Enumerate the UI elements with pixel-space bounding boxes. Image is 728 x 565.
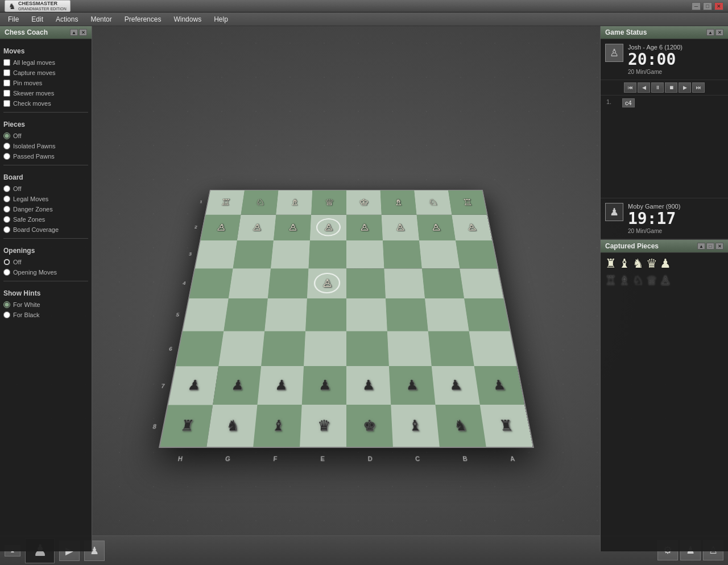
board-cell-r4-c2[interactable] [228,268,270,298]
check-moves-input[interactable] [3,100,10,107]
check-moves-checkbox[interactable]: Check moves [3,99,88,107]
board-cell-r6-c5[interactable] [346,331,389,366]
board-cell-r3-c6[interactable] [383,240,422,268]
board-cell-r1-c2[interactable]: ♘ [241,190,278,215]
playback-skip-back[interactable]: ⏮ [624,82,636,93]
isolated-pawns-input[interactable] [3,143,10,149]
board-cell-r8-c5[interactable]: ♚ [346,405,393,447]
board-cell-r4-c3[interactable] [267,268,308,298]
board-cell-r2-c4[interactable]: ♙ [309,214,346,240]
board-cell-r3-c1[interactable] [195,240,237,268]
board-cell-r8-c4[interactable]: ♛ [300,405,346,447]
board-cell-r3-c2[interactable] [233,240,273,268]
board-cell-r8-c1[interactable]: ♜ [160,405,213,447]
board-cell-r5-c3[interactable] [264,298,307,331]
board-cell-r6-c3[interactable] [261,331,305,366]
menu-preferences[interactable]: Preferences [119,14,167,24]
board-cell-r6-c6[interactable] [387,331,431,366]
board-cell-r2-c7[interactable]: ♙ [416,214,456,240]
safe-zones-radio[interactable]: Safe Zones [3,215,88,223]
board-cell-r1-c6[interactable]: ♗ [380,190,416,215]
board-cell-r2-c1[interactable]: ♙ [200,214,241,240]
openings-off-input[interactable] [3,259,10,265]
board-cell-r8-c3[interactable]: ♝ [253,405,302,447]
board-cell-r4-c8[interactable] [460,268,503,298]
board-cell-r5-c6[interactable] [386,298,428,331]
isolated-pawns-radio[interactable]: Isolated Pawns [3,142,88,150]
board-coverage-input[interactable] [3,226,10,233]
game-status-up-button[interactable]: ▲ [706,29,714,36]
board-off-input[interactable] [3,185,10,192]
board-cell-r3-c4[interactable] [308,240,346,268]
coach-close-button[interactable]: ✕ [79,29,87,36]
all-legal-moves-checkbox[interactable]: All legal moves [3,59,88,67]
board-cell-r4-c5[interactable] [346,268,386,298]
maximize-button[interactable]: □ [703,2,712,10]
passed-pawns-radio[interactable]: Passed Pawns [3,152,88,160]
playback-forward[interactable]: ▶ [679,82,691,93]
board-cell-r1-c5[interactable]: ♔ [346,190,382,215]
board-cell-r1-c1[interactable]: ♖ [205,190,244,215]
menu-help[interactable]: Help [208,14,234,24]
board-cell-r8-c6[interactable]: ♝ [391,405,440,447]
board-cell-r2-c8[interactable]: ♙ [452,214,492,240]
board-cell-r4-c1[interactable] [189,268,233,298]
coach-up-button[interactable]: ▲ [70,29,78,36]
for-black-radio[interactable]: For Black [3,311,88,319]
move-white-1[interactable]: c4 [622,98,635,107]
board-cell-r5-c4[interactable] [305,298,346,331]
for-black-input[interactable] [3,311,10,318]
board-coverage-radio[interactable]: Board Coverage [3,226,88,234]
capture-moves-checkbox[interactable]: Capture moves [3,69,88,77]
board-cell-r6-c2[interactable] [218,331,264,366]
board-cell-r8-c2[interactable]: ♞ [206,405,257,447]
board-cell-r7-c7[interactable]: ♟ [431,366,479,405]
board-cell-r3-c3[interactable] [271,240,310,268]
playback-stop[interactable]: ⏹ [665,82,677,93]
legal-moves-radio[interactable]: Legal Moves [3,195,88,203]
board-cell-r1-c4[interactable]: ♕ [311,190,346,215]
minimize-button[interactable]: ─ [692,2,701,10]
board-cell-r7-c5[interactable]: ♟ [346,366,391,405]
playback-back[interactable]: ◀ [638,82,650,93]
move-list[interactable]: 1. c4 [601,95,728,198]
playback-pause[interactable]: ⏸ [651,82,664,93]
chess-board[interactable]: ♖♘♗♕♔♗♘♖♙♙♙♙♙♙♙♙♙♟♟♟♟♟♟♟♟♜♞♝♛♚♝♞♜ [159,190,534,448]
board-cell-r5-c8[interactable] [464,298,510,331]
safe-zones-input[interactable] [3,216,10,223]
board-cell-r3-c5[interactable] [346,240,384,268]
board-cell-r6-c4[interactable] [304,331,346,366]
pieces-off-radio[interactable]: Off [3,132,88,140]
menu-file[interactable]: File [2,14,24,24]
playback-skip-forward[interactable]: ⏭ [692,82,705,93]
board-cell-r7-c4[interactable]: ♟ [301,366,346,405]
board-cell-r4-c7[interactable] [421,268,464,298]
legal-moves-input[interactable] [3,196,10,202]
skewer-moves-input[interactable] [3,90,10,97]
board-cell-r7-c2[interactable]: ♟ [213,366,261,405]
board-cell-r1-c7[interactable]: ♘ [414,190,452,215]
board-cell-r5-c7[interactable] [425,298,469,331]
board-off-radio[interactable]: Off [3,185,88,193]
board-cell-r7-c6[interactable]: ♟ [388,366,435,405]
board-cell-r6-c7[interactable] [428,331,474,366]
board-cell-r5-c1[interactable] [183,298,228,331]
game-status-close-button[interactable]: ✕ [715,29,723,36]
pin-moves-input[interactable] [3,80,10,86]
menu-mentor[interactable]: Mentor [85,14,117,24]
board-cell-r8-c7[interactable]: ♞ [435,405,486,447]
board-cell-r2-c5[interactable]: ♙ [346,214,383,240]
board-cell-r1-c3[interactable]: ♗ [276,190,312,215]
captured-close-button[interactable]: ✕ [715,243,723,250]
board-cell-r8-c8[interactable]: ♜ [479,405,532,447]
openings-off-radio[interactable]: Off [3,258,88,266]
close-button[interactable]: ✕ [714,2,723,10]
passed-pawns-input[interactable] [3,153,10,160]
board-cell-r7-c3[interactable]: ♟ [257,366,304,405]
board-cell-r2-c6[interactable]: ♙ [381,214,419,240]
danger-zones-radio[interactable]: Danger Zones [3,205,88,213]
board-cell-r2-c3[interactable]: ♙ [273,214,311,240]
opening-moves-input[interactable] [3,269,10,276]
board-cell-r5-c5[interactable] [346,298,387,331]
pieces-off-input[interactable] [3,132,10,139]
